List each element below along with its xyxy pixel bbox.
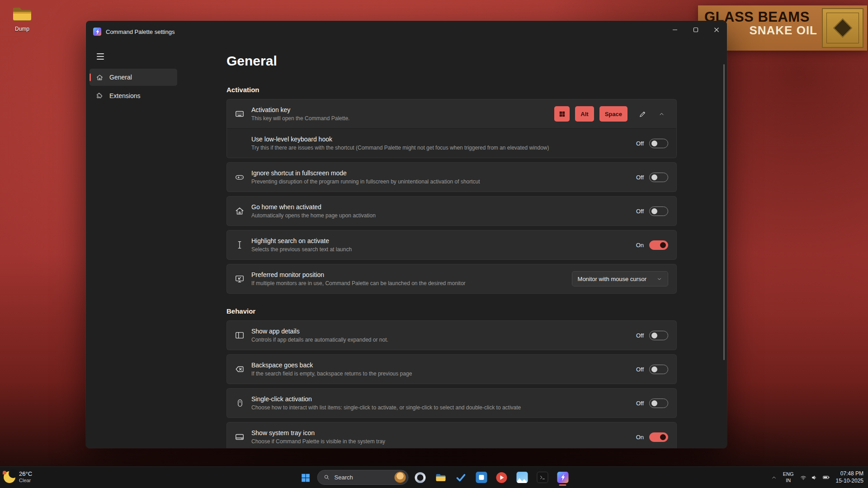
gamepad-icon <box>234 172 245 182</box>
backspace-icon <box>234 364 245 374</box>
section-header-activation: Activation <box>226 86 677 94</box>
tray-time: 07:48 PM <box>836 470 863 478</box>
keyboard-icon <box>234 109 245 119</box>
chevron-down-icon <box>656 276 662 282</box>
hidden-icons-chevron[interactable] <box>771 474 777 481</box>
moon-clear-weather-icon <box>4 471 15 483</box>
setting-title: Single-click activation <box>251 395 630 403</box>
terminal-taskbar-icon[interactable] <box>534 469 551 486</box>
toggle-state-label: Off <box>636 174 644 181</box>
details-panel-icon <box>234 330 245 340</box>
desktop-icon-label: Dump <box>6 26 38 32</box>
window-scrollbar[interactable] <box>723 64 725 360</box>
blue-checkmark-icon <box>456 472 467 483</box>
show-system-tray-row: Show system tray icon Choose if Command … <box>227 422 676 448</box>
setting-title: Show system tray icon <box>251 429 630 436</box>
setting-title: Highlight search on activate <box>251 237 630 244</box>
activation-key-card: Activation key This key will open the Co… <box>226 99 677 158</box>
blue-app-tile-icon <box>476 472 487 483</box>
titlebar: Command Palette settings <box>86 21 727 42</box>
clock[interactable]: 07:48 PM 15-10-2025 <box>836 470 863 484</box>
setting-card: Preferred monitor position If multiple m… <box>226 264 677 294</box>
start-button[interactable] <box>297 469 314 486</box>
monitor-position-dropdown[interactable]: Monitor with mouse cursor <box>572 271 668 286</box>
setting-desc: Controls if app details are automaticall… <box>251 337 630 343</box>
setting-title: Go home when activated <box>251 203 630 211</box>
fullscreen-shortcut-toggle[interactable] <box>649 173 668 182</box>
language-line1: ENG <box>783 471 794 477</box>
setting-desc: Automatically opens the home page upon a… <box>251 212 630 219</box>
volume-icon <box>811 474 818 481</box>
search-highlight-icon <box>395 472 406 483</box>
puzzle-extension-icon <box>96 92 104 100</box>
system-tray-icon <box>234 432 245 442</box>
photo-landscape-icon <box>516 472 528 483</box>
nav-label-extensions: Extensions <box>109 92 140 99</box>
desktop-icon-dump[interactable]: Dump <box>6 5 38 32</box>
go-home-row: Go home when activated Automatically ope… <box>227 197 676 225</box>
setting-desc: Try this if there are issues with the sh… <box>251 145 630 151</box>
sidebar-item-extensions[interactable]: Extensions <box>90 87 177 104</box>
sidebar-item-general[interactable]: General <box>90 69 177 86</box>
system-tray-quick-settings[interactable] <box>800 474 830 481</box>
setting-title: Ignore shortcut in fullscreen mode <box>251 169 630 177</box>
go-home-toggle[interactable] <box>649 206 668 216</box>
play-button-icon <box>496 472 507 483</box>
folder-icon <box>12 5 33 23</box>
highlight-search-toggle[interactable] <box>649 240 668 250</box>
settings-sidebar: General Extensions <box>86 42 181 448</box>
blue-app-taskbar-icon[interactable] <box>473 469 490 486</box>
search-placeholder: Search <box>335 474 391 481</box>
maximize-button[interactable] <box>685 21 706 39</box>
media-player-taskbar-icon[interactable] <box>493 469 510 486</box>
active-app-indicator <box>559 484 566 486</box>
toggle-state-label: Off <box>636 400 644 407</box>
widgets-weather-button[interactable]: 26°C Clear <box>4 466 32 488</box>
low-level-hook-toggle[interactable] <box>649 139 668 148</box>
todo-check-taskbar-icon[interactable] <box>453 469 470 486</box>
windows-logo-icon <box>301 473 311 483</box>
copilot-taskbar-icon[interactable] <box>412 469 429 486</box>
setting-title: Preferred monitor position <box>251 271 566 278</box>
copilot-ring-icon <box>415 472 426 483</box>
toggle-state-label: On <box>636 242 644 249</box>
search-icon <box>324 474 330 481</box>
toggle-state-label: Off <box>636 366 644 373</box>
nav-menu-button[interactable] <box>92 49 109 64</box>
setting-desc: If the search field is empty, backspace … <box>251 371 630 377</box>
battery-icon <box>822 474 830 481</box>
show-app-details-toggle[interactable] <box>649 331 668 340</box>
low-level-hook-row: Use low-level keyboard hook Try this if … <box>227 129 676 158</box>
taskbar: 26°C Clear Search <box>0 466 868 488</box>
toggle-state-label: Off <box>636 332 644 339</box>
dropdown-value: Monitor with mouse cursor <box>578 276 646 282</box>
space-key-chip: Space <box>599 106 627 122</box>
edit-shortcut-button[interactable] <box>636 107 649 121</box>
monitor-arrow-icon <box>234 274 245 284</box>
minimize-button[interactable] <box>665 21 685 39</box>
monitor-position-row: Preferred monitor position If multiple m… <box>227 264 676 293</box>
close-button[interactable] <box>706 21 727 39</box>
highlight-search-row: Highlight search on activate Selects the… <box>227 230 676 259</box>
setting-card: Highlight search on activate Selects the… <box>226 230 677 260</box>
command-palette-taskbar-icon[interactable] <box>554 469 571 486</box>
setting-title: Show app details <box>251 328 630 335</box>
backspace-goes-back-toggle[interactable] <box>649 365 668 374</box>
single-click-activation-toggle[interactable] <box>649 399 668 408</box>
photos-taskbar-icon[interactable] <box>514 469 531 486</box>
setting-desc: Choose if Command Palette is visible in … <box>251 438 630 445</box>
mouse-icon <box>234 398 245 408</box>
show-app-details-row: Show app details Controls if app details… <box>227 321 676 350</box>
setting-card: Show system tray icon Choose if Command … <box>226 422 677 448</box>
show-system-tray-toggle[interactable] <box>649 432 668 442</box>
weather-temperature: 26°C <box>19 471 32 478</box>
alt-key-chip: Alt <box>575 106 594 122</box>
setting-title: Use low-level keyboard hook <box>251 136 630 143</box>
collapse-expander-button[interactable] <box>655 107 668 121</box>
file-explorer-taskbar-icon[interactable] <box>432 469 449 486</box>
window-title: Command Palette settings <box>106 28 175 35</box>
setting-card: Ignore shortcut in fullscreen mode Preve… <box>226 162 677 192</box>
language-indicator[interactable]: ENG IN <box>783 471 794 483</box>
home-icon <box>234 206 245 216</box>
taskbar-search-box[interactable]: Search <box>317 470 409 485</box>
